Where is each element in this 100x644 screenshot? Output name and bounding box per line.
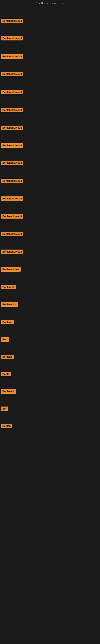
bottleneck-item[interactable]: Bottleneck result <box>0 249 100 256</box>
bottleneck-item[interactable]: Bottleneck result <box>0 231 100 238</box>
bottleneck-badge: Bottleneck result <box>1 54 23 59</box>
bottleneck-badge: Bottleneck result <box>1 126 23 130</box>
bottleneck-badge: Bottle <box>1 372 11 376</box>
site-title: TheBottlenecker.com <box>0 0 100 6</box>
bottleneck-badge: Bottleneck result <box>1 36 23 40</box>
bottleneck-item[interactable]: Bottleneck result <box>0 196 100 202</box>
bottleneck-item[interactable]: Bottleneck <box>0 284 100 291</box>
bottleneck-item[interactable]: Bottleneck result <box>0 107 100 114</box>
bottleneck-item[interactable]: Bottlene <box>0 319 100 326</box>
bottleneck-item[interactable]: Bott <box>0 336 100 343</box>
bottleneck-badge: Bottleneck result <box>1 179 23 183</box>
bottleneck-item[interactable]: Bottleneck result <box>0 54 100 60</box>
bottleneck-item[interactable]: Bottleneck result <box>0 213 100 220</box>
bottleneck-item[interactable]: Bottle <box>0 371 100 378</box>
bottleneck-badge: Bottleneck result <box>1 232 23 236</box>
bottleneck-item[interactable]: Bottleneck result <box>0 160 100 167</box>
bottleneck-badge: Bottlene <box>1 354 14 359</box>
bottleneck-item[interactable]: Bottleneck result <box>0 71 100 78</box>
bottleneck-badge: Bott <box>1 337 9 342</box>
bottleneck-badge: Bottleneck result <box>1 19 23 23</box>
bottleneck-badge: Bottleneck <box>1 285 16 290</box>
bottleneck-item[interactable]: Bottleneck result <box>0 35 100 42</box>
bottleneck-item[interactable]: Bottlene <box>0 354 100 361</box>
bottleneck-badge: Bottleneck result <box>1 160 23 165</box>
bottleneck-badge: Bot <box>1 406 8 411</box>
bottleneck-badge: Bottleneck result <box>1 196 23 201</box>
bottleneck-item[interactable]: Bottleneck res <box>0 266 100 273</box>
bottleneck-item[interactable]: Bottleneck result <box>0 178 100 185</box>
bottleneck-item[interactable]: Bottleneck r <box>0 302 100 308</box>
text-cursor <box>1 546 1 550</box>
bottleneck-item[interactable]: Bottleneck result <box>0 142 100 149</box>
bottleneck-badge: Bottleneck result <box>1 72 23 76</box>
bottleneck-item[interactable]: Bottleneck result <box>0 89 100 96</box>
bottleneck-badge: Bottlen <box>1 424 12 428</box>
bottleneck-item[interactable]: Bot <box>0 406 100 412</box>
bottleneck-badge: Bottleneck res <box>1 267 21 272</box>
bottleneck-badge: Bottleneck result <box>1 108 23 112</box>
bottleneck-badge: Bottleneck <box>1 389 16 394</box>
bottleneck-badge: Bottlene <box>1 320 14 324</box>
bottleneck-badge: Bottleneck r <box>1 302 18 307</box>
bottleneck-badge: Bottleneck result <box>1 143 23 148</box>
bottleneck-item[interactable]: Bottleneck result <box>0 18 100 25</box>
bottleneck-badge: Bottleneck result <box>1 250 23 254</box>
bottleneck-badge: Bottleneck result <box>1 90 23 94</box>
bottleneck-item[interactable]: Bottlen <box>0 423 100 430</box>
bottleneck-item[interactable]: Bottleneck <box>0 388 100 395</box>
bottleneck-item[interactable]: Bottleneck result <box>0 125 100 132</box>
bottleneck-badge: Bottleneck result <box>1 214 23 218</box>
